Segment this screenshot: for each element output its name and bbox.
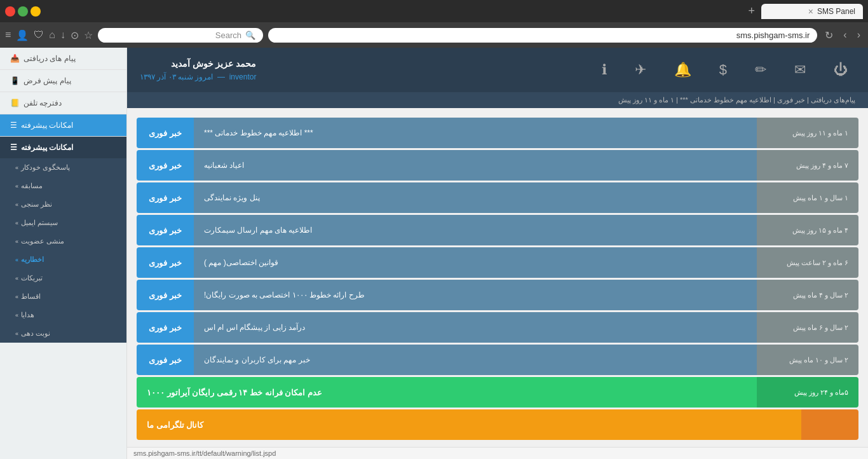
sidebar-sub-1[interactable]: مسابقه» xyxy=(0,177,126,195)
main-content: ⏻ ✉ ✏ $ 🔔 ✈ ℹ محمد عزیز خوش آمدید invent… xyxy=(127,48,868,459)
msg-content: عدم امکان فرانه خط ۱۴ رقمی رایگان آیراتو… xyxy=(137,377,757,408)
search-placeholder: Search xyxy=(215,31,241,40)
menu-icon[interactable]: ≡ xyxy=(5,29,11,41)
msg-type xyxy=(801,409,858,440)
table-row[interactable]: ۷ ماه و ۴ روز پیش اعیاد شعبانیه خبر فوری xyxy=(137,150,858,181)
bookmark-icon[interactable]: ☆ xyxy=(84,29,93,41)
forward-button[interactable]: › xyxy=(841,27,849,43)
table-row[interactable]: ۲ سال و ۱۰ ماه پیش خبر مهم برای کاربران … xyxy=(137,345,858,375)
sub-label: پاسخگوی خودکار xyxy=(21,163,70,172)
chevron-icon: » xyxy=(15,275,18,282)
sidebar-sub-6[interactable]: تبریکات» xyxy=(0,269,126,287)
info-icon[interactable]: ℹ xyxy=(594,57,614,83)
msg-type: خبر فوری xyxy=(137,215,194,245)
table-row[interactable]: ۶ ماه و ۲ ساعت پیش قوانین اختصاصی( مهم )… xyxy=(137,247,858,278)
history-icon[interactable]: ⊙ xyxy=(71,29,79,41)
sidebar-item-label: امکانات پیشرفته xyxy=(21,121,73,130)
sidebar-item-3[interactable]: امکانات پیشرفته☰ xyxy=(0,114,126,137)
msg-content: *** اطلاعیه مهم خطوط خدماتی *** xyxy=(194,118,757,148)
sidebar-sub-4[interactable]: منشی عضویت» xyxy=(0,232,126,250)
table-row[interactable]: ۱ ماه و ۱۱ روز پیش *** اطلاعیه مهم خطوط … xyxy=(137,118,858,148)
message-list: ۱ ماه و ۱۱ روز پیش *** اطلاعیه مهم خطوط … xyxy=(137,118,858,440)
address-bar: ‹ › ↻ sms.pishgam-sms.ir 🔍 Search ☆ ⊙ ↓ … xyxy=(0,22,868,48)
chevron-icon: » xyxy=(15,220,18,226)
sidebar: پیام های دریافتی📥پیام پیش فرض📱دفترچه تلف… xyxy=(0,48,127,459)
sidebar-sub-7[interactable]: اقساط» xyxy=(0,287,126,306)
sidebar-item-icon: ☰ xyxy=(10,121,17,130)
bell-icon[interactable]: 🔔 xyxy=(667,57,699,83)
new-tab-button[interactable]: + xyxy=(745,4,757,18)
sidebar-item-0[interactable]: پیام های دریافتی📥 xyxy=(0,48,126,70)
url-text: sms.pishgam-sms.ir xyxy=(736,31,810,40)
power-icon[interactable]: ⏻ xyxy=(826,57,855,83)
sidebar-item-1[interactable]: پیام پیش فرض📱 xyxy=(0,70,126,92)
sidebar-advanced-section: امکانات پیشرفته☰ xyxy=(0,137,126,158)
download-icon[interactable]: ↓ xyxy=(60,29,65,41)
msg-content: کانال تلگرامی ما xyxy=(137,409,801,440)
sidebar-item-label: دفترچه تلفن xyxy=(24,99,62,107)
msg-type: خبر فوری xyxy=(137,345,194,375)
msg-date: ۱ ماه و ۱۱ روز پیش xyxy=(757,118,858,148)
pencil-icon[interactable]: ✏ xyxy=(747,57,774,83)
sidebar-item-icon: 📒 xyxy=(10,99,20,107)
messages-icon[interactable]: ✉ xyxy=(787,57,813,83)
user-name: محمد عزیز خوش آمدید xyxy=(140,57,256,71)
table-row[interactable]: ۵ماه و ۲۴ روز پیش عدم امکان فرانه خط ۱۴ … xyxy=(137,377,858,408)
sub-label: مسابقه xyxy=(21,182,43,190)
sidebar-sub-9[interactable]: نوبت دهی» xyxy=(0,324,126,343)
sidebar-item-icon: 📥 xyxy=(10,54,20,63)
reload-button[interactable]: ↻ xyxy=(822,27,836,44)
table-row[interactable]: ۲ سال و ۴ ماه پیش طرح ارائه خطوط ۱۰۰۰ اخ… xyxy=(137,280,858,310)
chevron-icon: » xyxy=(15,165,18,171)
shield-icon[interactable]: 🛡 xyxy=(34,29,44,41)
chevron-icon: » xyxy=(15,238,18,245)
sub-label: تبریکات xyxy=(21,274,43,282)
browser-tab-active[interactable]: SMS Panel × xyxy=(761,4,863,19)
maximize-button[interactable] xyxy=(18,6,28,17)
msg-type: خبر فوری xyxy=(137,150,194,181)
profile-icon[interactable]: 👤 xyxy=(16,29,29,41)
msg-date: ۴ ماه و ۱۵ روز پیش xyxy=(757,215,858,245)
msg-content: درآمد زایی از پیشگام اس ام اس xyxy=(194,312,757,343)
search-box[interactable]: 🔍 Search xyxy=(98,28,263,43)
home-icon[interactable]: ⌂ xyxy=(49,29,55,41)
sub-label: اخطاریه xyxy=(21,256,44,264)
msg-date: ۲ سال و ۶ ماه پیش xyxy=(757,312,858,343)
chevron-icon: » xyxy=(15,202,18,208)
chevron-icon: » xyxy=(15,257,18,263)
sidebar-sub-5[interactable]: اخطاریه» xyxy=(0,250,126,269)
msg-date: ۵ماه و ۲۴ روز پیش xyxy=(757,377,858,408)
sidebar-sub-0[interactable]: پاسخگوی خودکار» xyxy=(0,158,126,177)
tab-close-button[interactable]: × xyxy=(808,6,813,17)
msg-content: خبر مهم برای کاربران و نمایندگان xyxy=(194,345,757,375)
minimize-button[interactable] xyxy=(31,6,41,17)
sidebar-sub-2[interactable]: نظر سنجی» xyxy=(0,195,126,214)
msg-type: خبر فوری xyxy=(137,280,194,310)
window-controls xyxy=(5,6,41,17)
msg-content: قوانین اختصاصی( مهم ) xyxy=(194,247,757,278)
table-row[interactable]: ۲ سال و ۶ ماه پیش درآمد زایی از پیشگام ا… xyxy=(137,312,858,343)
sidebar-item-label: پیام پیش فرض xyxy=(24,76,71,85)
sidebar-item-2[interactable]: دفترچه تلفن📒 xyxy=(0,92,126,114)
table-row[interactable]: ۴ ماه و ۱۵ روز پیش اطلاعیه های مهم ارسال… xyxy=(137,215,858,245)
sidebar-item-icon: 📱 xyxy=(10,76,20,85)
chevron-icon: » xyxy=(15,331,18,337)
send-icon[interactable]: ✈ xyxy=(627,57,654,83)
top-navigation: ⏻ ✉ ✏ $ 🔔 ✈ ℹ محمد عزیز خوش آمدید invent… xyxy=(127,48,868,92)
msg-date: ۶ ماه و ۲ ساعت پیش xyxy=(757,247,858,278)
table-row[interactable]: ۱ سال و ۱ ماه پیش پنل ویژه نمایندگی خبر … xyxy=(137,182,858,213)
close-button[interactable] xyxy=(5,6,15,17)
url-input[interactable]: sms.pishgam-sms.ir xyxy=(268,28,817,43)
sidebar-sub-3[interactable]: سیستم ایمیل» xyxy=(0,214,126,232)
back-button[interactable]: ‹ xyxy=(855,27,863,43)
sidebar-sub-8[interactable]: هدایا» xyxy=(0,306,126,324)
table-row[interactable]: کانال تلگرامی ما xyxy=(137,409,858,440)
sub-label: نظر سنجی xyxy=(21,200,52,209)
msg-date: ۱ سال و ۱ ماه پیش xyxy=(757,182,858,213)
chevron-icon: » xyxy=(15,312,18,319)
sub-label: هدایا xyxy=(21,311,34,319)
toolbar-icons: ☆ ⊙ ↓ ⌂ 🛡 👤 ≡ xyxy=(5,29,93,41)
msg-content: اطلاعیه های مهم ارسال سیمکارت xyxy=(194,215,757,245)
search-icon: 🔍 xyxy=(245,31,255,40)
dollar-icon[interactable]: $ xyxy=(712,57,735,83)
